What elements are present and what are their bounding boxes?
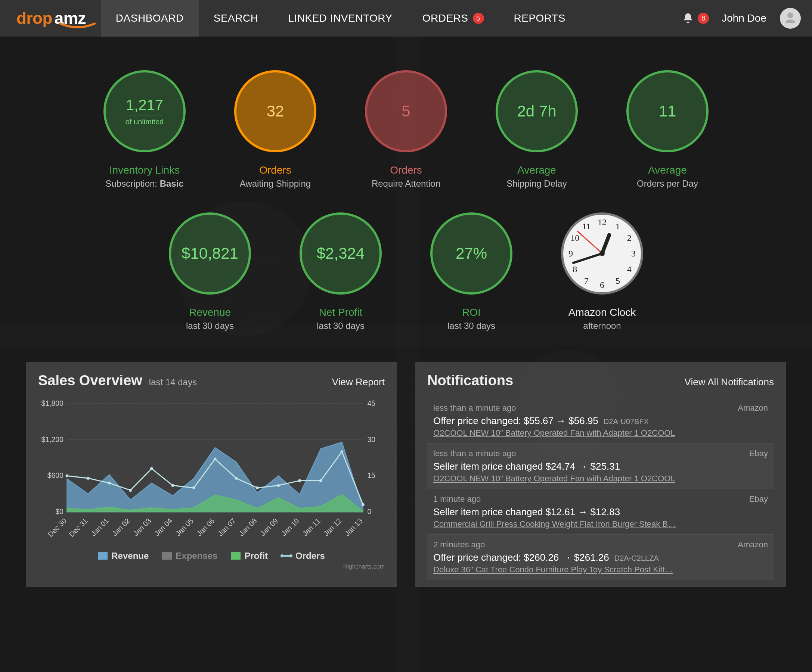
nav-item-dashboard[interactable]: DASHBOARD bbox=[101, 0, 199, 37]
svg-text:Jan 10: Jan 10 bbox=[280, 517, 301, 538]
stat-label-1: Inventory Links bbox=[105, 163, 183, 177]
svg-point-26 bbox=[362, 503, 365, 506]
legend-item-expenses[interactable]: Expenses bbox=[162, 551, 217, 561]
notif-title: Seller item price changed $12.61 → $12.8… bbox=[433, 506, 620, 517]
clock-number: 12 bbox=[598, 217, 607, 227]
stat-card[interactable]: 1,217of unlimitedInventory LinksSubscrip… bbox=[100, 70, 189, 190]
chart-credits: Highcharts.com bbox=[38, 563, 385, 570]
notif-product-link[interactable]: O2COOL NEW 10" Battery Operated Fan with… bbox=[433, 474, 768, 483]
nav-item-search[interactable]: SEARCH bbox=[199, 0, 273, 37]
nav-item-orders[interactable]: ORDERS5 bbox=[408, 0, 499, 37]
clock-number: 6 bbox=[600, 280, 604, 290]
clock-second-hand bbox=[577, 230, 602, 253]
notif-product-link[interactable]: O2COOL NEW 10" Battery Operated Fan with… bbox=[433, 428, 768, 438]
nav-item-label: SEARCH bbox=[214, 12, 258, 24]
notif-panel-title: Notifications bbox=[427, 373, 513, 389]
nav-item-label: ORDERS bbox=[423, 12, 468, 24]
legend-label: Orders bbox=[295, 551, 325, 561]
notification-item[interactable]: 2 minutes agoAmazonOffer price changed: … bbox=[427, 534, 774, 580]
notifications-button[interactable]: 8 bbox=[682, 12, 709, 24]
stat-card[interactable]: 2d 7hAverageShipping Delay bbox=[492, 70, 582, 190]
notif-code: D2A-C2LLZA bbox=[614, 554, 659, 562]
stat-label-2: Awaiting Shipping bbox=[240, 177, 311, 190]
notif-product-link[interactable]: Deluxe 36" Cat Tree Condo Furniture Play… bbox=[433, 565, 768, 575]
clock-number: 11 bbox=[582, 221, 590, 231]
stat-card[interactable]: 5OrdersRequire Attention bbox=[361, 70, 451, 190]
notification-item[interactable]: 1 minute agoEbaySeller item price change… bbox=[427, 489, 774, 534]
notifications-badge: 8 bbox=[698, 13, 709, 24]
svg-text:Jan 03: Jan 03 bbox=[132, 517, 153, 538]
legend-item-revenue[interactable]: Revenue bbox=[98, 551, 148, 561]
svg-text:Jan 07: Jan 07 bbox=[216, 517, 237, 538]
legend-item-profit[interactable]: Profit bbox=[231, 551, 268, 561]
legend-item-orders[interactable]: Orders bbox=[281, 551, 325, 561]
stat-label: Amazon Clockafternoon bbox=[568, 305, 636, 332]
stat-value: $2,324 bbox=[317, 245, 365, 262]
svg-text:Jan 02: Jan 02 bbox=[111, 517, 131, 538]
stat-card[interactable]: $10,821Revenuelast 30 days bbox=[165, 213, 255, 332]
svg-text:Jan 06: Jan 06 bbox=[195, 517, 216, 538]
nav-item-reports[interactable]: REPORTS bbox=[499, 0, 580, 37]
stat-card[interactable]: $2,324Net Profitlast 30 days bbox=[296, 213, 386, 332]
stat-label: AverageShipping Delay bbox=[507, 163, 566, 190]
notification-item[interactable]: less than a minute agoEbaySeller item pr… bbox=[427, 443, 774, 489]
svg-point-21 bbox=[256, 486, 259, 489]
svg-text:Jan 04: Jan 04 bbox=[153, 517, 174, 538]
stat-label: OrdersRequire Attention bbox=[372, 163, 440, 190]
stat-card[interactable]: 32OrdersAwaiting Shipping bbox=[230, 70, 320, 190]
svg-point-12 bbox=[65, 474, 68, 477]
sales-panel-subtitle: last 14 days bbox=[149, 377, 197, 388]
stat-value: 32 bbox=[267, 102, 284, 120]
notif-product-link[interactable]: Commercial Grill Press Cooking Weight Fl… bbox=[433, 519, 768, 529]
stat-value: 5 bbox=[401, 102, 410, 120]
panels: Sales Overview last 14 days View Report … bbox=[0, 344, 812, 606]
stat-row-2: $10,821Revenuelast 30 days$2,324Net Prof… bbox=[165, 213, 647, 332]
notification-item[interactable]: less than a minute agoAmazonOffer price … bbox=[427, 398, 774, 443]
stat-label-2: Orders per Day bbox=[637, 177, 698, 190]
svg-text:$1,800: $1,800 bbox=[41, 400, 63, 407]
clock-number: 7 bbox=[584, 276, 589, 286]
notif-title: Seller item price changed $24.74 → $25.3… bbox=[433, 461, 620, 472]
stat-label-1: Revenue bbox=[186, 305, 234, 320]
stat-label-1: ROI bbox=[447, 305, 495, 320]
svg-text:Jan 11: Jan 11 bbox=[301, 517, 322, 538]
stat-label-2: Require Attention bbox=[372, 177, 440, 190]
view-report-link[interactable]: View Report bbox=[332, 376, 385, 388]
view-all-notifications-link[interactable]: View All Notifications bbox=[685, 376, 774, 388]
svg-text:Jan 05: Jan 05 bbox=[174, 517, 195, 538]
sales-panel-title: Sales Overview bbox=[38, 373, 142, 389]
user-avatar[interactable] bbox=[780, 8, 801, 29]
svg-point-14 bbox=[108, 481, 111, 485]
legend-label: Profit bbox=[244, 551, 268, 561]
clock-number: 1 bbox=[616, 221, 620, 231]
stat-value: 2d 7h bbox=[517, 102, 556, 120]
stat-subvalue: of unlimited bbox=[126, 117, 164, 126]
notif-time: 1 minute ago bbox=[433, 494, 481, 504]
notif-source: Ebay bbox=[749, 494, 768, 504]
svg-text:0: 0 bbox=[368, 508, 372, 515]
svg-point-25 bbox=[341, 450, 344, 453]
nav-item-label: DASHBOARD bbox=[116, 12, 184, 24]
user-name[interactable]: John Doe bbox=[722, 12, 766, 24]
stat-circle: 27% bbox=[430, 213, 512, 294]
notif-list: less than a minute agoAmazonOffer price … bbox=[427, 398, 774, 580]
stat-value: $10,821 bbox=[181, 245, 238, 262]
brand-swoosh-icon bbox=[58, 22, 99, 31]
notif-time: 2 minutes ago bbox=[433, 540, 485, 550]
svg-text:30: 30 bbox=[368, 435, 376, 443]
stat-card[interactable]: 123456789101112Amazon Clockafternoon bbox=[557, 213, 647, 332]
stat-card[interactable]: 27%ROIlast 30 days bbox=[426, 213, 516, 332]
nav-item-label: REPORTS bbox=[514, 12, 565, 24]
stat-label-1: Average bbox=[507, 163, 566, 177]
stat-label: OrdersAwaiting Shipping bbox=[240, 163, 311, 190]
nav-right: 8 John Doe bbox=[682, 8, 801, 29]
brand-logo[interactable]: drop amz bbox=[17, 9, 86, 27]
notif-code: D2A-U07BFX bbox=[604, 417, 649, 425]
nav-item-linked-inventory[interactable]: LINKED INVENTORY bbox=[273, 0, 407, 37]
svg-point-13 bbox=[87, 477, 90, 480]
svg-text:Jan 09: Jan 09 bbox=[258, 517, 280, 538]
stat-card[interactable]: 11AverageOrders per Day bbox=[623, 70, 712, 190]
stat-row-1: 1,217of unlimitedInventory LinksSubscrip… bbox=[100, 70, 712, 190]
stat-label-1: Orders bbox=[240, 163, 311, 177]
stat-label-2: Subscription: Basic bbox=[105, 177, 183, 190]
